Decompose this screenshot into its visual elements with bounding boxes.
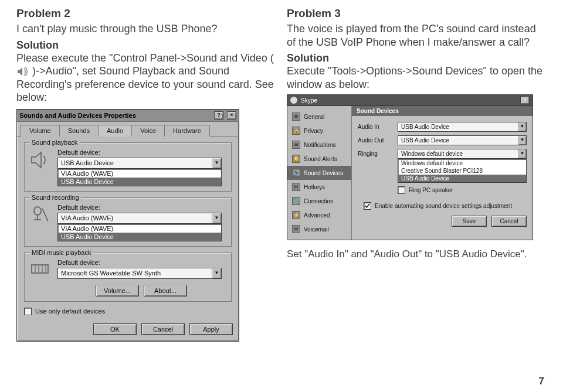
skype-title: Skype (301, 97, 317, 104)
use-only-default-label: Use only default devices (35, 308, 105, 315)
about-button[interactable]: About... (144, 285, 187, 296)
solution3-label: Solution (287, 52, 547, 64)
midi-default-label: Default device: (57, 259, 225, 266)
speaker-large-icon (30, 151, 50, 169)
solution2-pre: Please execute the "Control Panel->Sound… (16, 52, 274, 64)
tab-voice[interactable]: Voice (131, 125, 165, 137)
speaker-icon (16, 66, 29, 77)
save-button[interactable]: Save (452, 216, 487, 227)
tab-audio[interactable]: Audio (98, 125, 132, 137)
close-button[interactable]: × (520, 96, 530, 104)
sidebar-item-voicemail[interactable]: ✉Voicemail (287, 222, 351, 236)
figure-caption: Set "Audio In" and "Audio Out" to "USB A… (287, 248, 547, 260)
auto-adjust-checkbox[interactable] (364, 202, 371, 210)
solution2-text: Please execute the "Control Panel->Sound… (16, 52, 276, 104)
midi-icon (30, 261, 50, 279)
playback-device-combo[interactable]: USB Audio Device ▼ (57, 158, 222, 169)
sidebar-item-label: General (304, 114, 325, 120)
skype-options-dialog: Skype × ⚙General 🔒Privacy ✉Notifications… (287, 94, 533, 240)
audio-in-combo[interactable]: USB Audio Device ▼ (398, 122, 527, 132)
list-item[interactable]: USB Audio Device (58, 178, 221, 186)
sidebar-item-sound-devices[interactable]: 🔊Sound Devices (287, 166, 351, 180)
sidebar-item-label: Privacy (304, 128, 323, 134)
voicemail-icon: ✉ (292, 225, 300, 233)
audio-in-value: USB Audio Device (398, 124, 518, 130)
midi-device-combo[interactable]: Microsoft GS Wavetable SW Synth ▼ (57, 268, 222, 279)
sidebar-item-hotkeys[interactable]: HHotkeys (287, 180, 351, 194)
tab-sounds[interactable]: Sounds (59, 125, 99, 137)
list-item[interactable]: VIA Audio (WAVE) (58, 224, 221, 233)
audio-in-label: Audio In (358, 124, 393, 130)
solution2-post: )->Audio", set Sound Playback and Sound … (16, 65, 274, 103)
playback-device-list[interactable]: VIA Audio (WAVE) USB Audio Device (57, 169, 222, 186)
audio-out-combo[interactable]: USB Audio Device ▼ (398, 135, 527, 145)
group-midi-title: MIDI music playback (29, 249, 93, 256)
chevron-down-icon[interactable]: ▼ (518, 122, 526, 131)
list-item[interactable]: VIA Audio (WAVE) (58, 169, 221, 178)
tab-hardware[interactable]: Hardware (164, 125, 210, 137)
envelope-icon: ✉ (292, 141, 300, 149)
solution3-text: Execute "Tools->Options->Sound Devices" … (287, 64, 547, 91)
group-recording-title: Sound recording (29, 194, 82, 201)
ring-pc-speaker-label: Ring PC speaker (409, 187, 453, 193)
cancel-button[interactable]: Cancel (491, 216, 527, 227)
ring-pc-speaker-checkbox[interactable] (398, 186, 405, 194)
solution2-label: Solution (16, 39, 276, 52)
problem3-text: The voice is played from the PC's sound … (287, 22, 547, 49)
midi-device-value: Microsoft GS Wavetable SW Synth (58, 270, 212, 277)
ok-button[interactable]: OK (93, 323, 137, 335)
sidebar-item-general[interactable]: ⚙General (287, 110, 351, 124)
chevron-down-icon[interactable]: ▼ (212, 268, 221, 278)
apply-button[interactable]: Apply (189, 323, 233, 335)
sidebar-item-privacy[interactable]: 🔒Privacy (287, 124, 351, 138)
sidebar-item-label: Advanced (304, 212, 330, 219)
page-number: 7 (539, 376, 544, 387)
use-only-default-checkbox[interactable] (24, 308, 32, 315)
group-sound-recording: Sound recording Default device: VIA Audi… (24, 197, 232, 247)
group-sound-playback: Sound playback Default device: USB Audio… (24, 142, 232, 192)
ringing-combo[interactable]: Windows default device ▼ (398, 149, 527, 159)
list-item[interactable]: Creative Sound Blaster PCI128 (398, 167, 526, 175)
group-midi-playback: MIDI music playback Default device: Micr… (24, 253, 232, 302)
hotkeys-icon: H (292, 183, 300, 191)
dialog-titlebar[interactable]: Sounds and Audio Devices Properties ? × (17, 110, 239, 122)
link-icon: 🔗 (292, 197, 300, 205)
sidebar-item-connection[interactable]: 🔗Connection (287, 194, 351, 208)
ringing-value: Windows default device (398, 151, 518, 157)
recording-device-list[interactable]: VIA Audio (WAVE) USB Audio Device (57, 224, 222, 241)
recording-device-value: VIA Audio (WAVE) (58, 214, 212, 221)
ringing-option-list[interactable]: Windows default device Creative Sound Bl… (398, 159, 527, 183)
playback-device-value: USB Audio Device (58, 159, 212, 166)
tab-strip: Volume Sounds Audio Voice Hardware (17, 122, 239, 137)
sidebar-item-advanced[interactable]: ⚡Advanced (287, 208, 351, 222)
sidebar-item-label: Hotkeys (304, 184, 325, 190)
list-item[interactable]: Windows default device (398, 159, 526, 167)
problem2-heading: Problem 2 (16, 7, 276, 20)
sidebar-item-label: Notifications (304, 142, 335, 148)
volume-button[interactable]: Volume... (96, 285, 139, 296)
close-button[interactable]: × (227, 111, 236, 120)
list-item[interactable]: USB Audio Device (398, 175, 526, 182)
panel-heading: Sound Devices (352, 106, 533, 116)
help-button[interactable]: ? (214, 111, 223, 120)
sidebar-item-label: Connection (304, 198, 334, 204)
sounds-audio-dialog: Sounds and Audio Devices Properties ? × … (16, 109, 239, 342)
chevron-down-icon[interactable]: ▼ (212, 158, 221, 168)
sidebar-item-notifications[interactable]: ✉Notifications (287, 138, 351, 152)
microphone-icon (30, 206, 50, 224)
chevron-down-icon[interactable]: ▼ (518, 136, 526, 145)
chevron-down-icon[interactable]: ▼ (518, 149, 526, 158)
gear-icon: ⚙ (292, 113, 300, 121)
auto-adjust-label: Enable automating sound device settings … (375, 203, 512, 209)
skype-titlebar[interactable]: Skype × (287, 95, 533, 106)
cancel-button[interactable]: Cancel (141, 323, 185, 335)
recording-device-combo[interactable]: VIA Audio (WAVE) ▼ (57, 213, 222, 224)
problem3-heading: Problem 3 (287, 7, 547, 20)
ringing-label: Ringing (358, 151, 393, 157)
list-item[interactable]: USB Audio Device (58, 233, 221, 241)
group-playback-title: Sound playback (29, 139, 80, 146)
chevron-down-icon[interactable]: ▼ (212, 213, 221, 223)
sidebar-item-sound-alerts[interactable]: 🔔Sound Alerts (287, 152, 351, 166)
audio-out-label: Audio Out (358, 137, 393, 144)
tab-volume[interactable]: Volume (21, 125, 60, 137)
